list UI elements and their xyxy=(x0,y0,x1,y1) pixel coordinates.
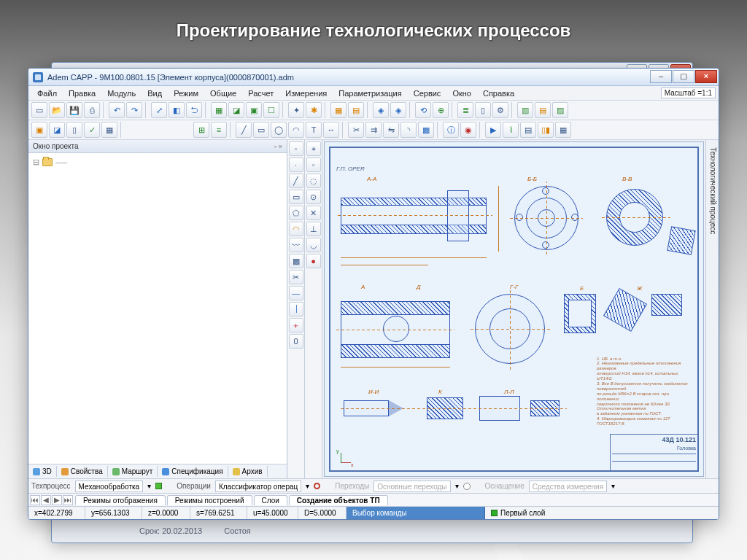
panel-tab-archive[interactable]: Архив xyxy=(228,466,268,477)
tab-tp-objects[interactable]: Создание объектов ТП xyxy=(289,495,388,505)
open-file-icon[interactable]: 📂 xyxy=(49,102,65,118)
iso1-icon[interactable]: ◈ xyxy=(373,102,389,118)
menu-file[interactable]: Файл xyxy=(31,88,63,99)
panel-tab-3d[interactable]: 3D xyxy=(28,466,57,477)
view-front-icon[interactable]: ▥ xyxy=(517,102,533,118)
iso2-icon[interactable]: ◈ xyxy=(390,102,406,118)
lb-tech-icon[interactable] xyxy=(155,483,162,489)
vs-axis-y-icon[interactable]: ⏐ xyxy=(289,302,303,316)
status-layer[interactable]: Первый слой xyxy=(485,509,551,517)
vs-rect-icon[interactable]: ▭ xyxy=(289,190,303,204)
vs-spline-icon[interactable]: 〰 xyxy=(289,238,303,252)
hatch-icon[interactable]: ▩ xyxy=(418,122,434,138)
zoom-extents-icon[interactable]: ⤢ xyxy=(151,102,167,118)
lb-ops-combo[interactable]: Классификатор операц xyxy=(215,481,301,492)
menu-window[interactable]: Окно xyxy=(446,88,477,99)
lb-trans-icon[interactable] xyxy=(463,483,471,490)
menu-measure[interactable]: Измерения xyxy=(279,88,333,99)
panel-tab-spec[interactable]: Спецификация xyxy=(158,466,228,477)
ortho-icon[interactable]: ▤ xyxy=(348,102,364,118)
vs-center-icon[interactable]: ＋ xyxy=(289,318,303,332)
panel-tab-route[interactable]: Маршрут xyxy=(108,466,158,477)
draw-dim-icon[interactable]: ↔ xyxy=(323,122,339,138)
vs2-mid-icon[interactable]: ◌ xyxy=(306,174,321,188)
tool-path-icon[interactable]: ⌇ xyxy=(503,122,519,138)
vs-hatch-icon[interactable]: ▩ xyxy=(289,254,303,268)
tab-layers[interactable]: Слои xyxy=(254,495,287,505)
vs-poly-icon[interactable]: ⬠ xyxy=(289,206,303,220)
globe-icon[interactable]: ⊕ xyxy=(433,102,449,118)
explode-icon[interactable]: ✱ xyxy=(306,102,322,118)
menu-mode[interactable]: Режим xyxy=(168,88,204,99)
box-icon[interactable]: ☐ xyxy=(263,102,279,118)
vs-axis-x-icon[interactable]: — xyxy=(289,286,303,300)
tabstrip-first[interactable]: ⏮ xyxy=(30,495,40,505)
settings-icon[interactable]: ⚙ xyxy=(492,102,508,118)
tabstrip-prev[interactable]: ◀ xyxy=(41,495,51,505)
wireframe-icon[interactable]: ▦ xyxy=(211,102,227,118)
lb-tool-combo[interactable]: Средства измерения xyxy=(529,481,607,492)
save-icon[interactable]: 💾 xyxy=(66,102,82,118)
menu-view[interactable]: Вид xyxy=(142,88,168,99)
scale-indicator[interactable]: Масштаб =1:1 xyxy=(661,88,716,98)
vs2-tan-icon[interactable]: ◡ xyxy=(306,238,321,252)
close-button[interactable]: × xyxy=(695,70,717,83)
menu-help[interactable]: Справка xyxy=(477,88,520,99)
lb-trans-combo[interactable]: Основные переходы xyxy=(374,481,450,492)
chart-icon[interactable]: ▯▮ xyxy=(538,122,554,138)
vs-arc-icon[interactable]: ◠ xyxy=(289,222,303,236)
menu-general[interactable]: Общие xyxy=(204,88,242,99)
mirror-icon[interactable]: ⇋ xyxy=(383,122,399,138)
grid-icon[interactable]: ▦ xyxy=(330,102,347,118)
trim-icon[interactable]: ✂ xyxy=(348,122,364,138)
panel-tab-properties[interactable]: Свойства xyxy=(57,466,108,477)
menu-param[interactable]: Параметризация xyxy=(333,88,407,99)
panel-pin-icon[interactable]: ▫ × xyxy=(274,143,282,150)
print-icon[interactable]: ⎙ xyxy=(84,102,100,118)
tree-root-item[interactable]: ⊟ ----- xyxy=(33,158,282,167)
table-icon[interactable]: ▦ xyxy=(101,122,117,138)
perspective-icon[interactable]: ▣ xyxy=(246,102,262,118)
vs-line-icon[interactable]: ╱ xyxy=(289,174,303,188)
zoom-window-icon[interactable]: ◧ xyxy=(169,102,185,118)
view-side-icon[interactable]: ▨ xyxy=(552,102,568,118)
project-tree[interactable]: ⊟ ----- xyxy=(28,153,287,464)
menu-calc[interactable]: Расчет xyxy=(242,88,279,99)
draw-circle-icon[interactable]: ◯ xyxy=(271,122,287,138)
vs2-node-icon[interactable]: ● xyxy=(306,254,321,268)
simulate-icon[interactable]: ▶ xyxy=(485,122,501,138)
matrix-icon[interactable]: ▦ xyxy=(555,122,571,138)
redo-icon[interactable]: ↷ xyxy=(126,102,142,118)
tab-display-modes[interactable]: Режимы отображения xyxy=(75,495,166,505)
lb-tech-combo[interactable]: Механообработка xyxy=(75,481,144,492)
draw-text-icon[interactable]: T xyxy=(306,122,322,138)
report-icon[interactable]: ▤ xyxy=(520,122,536,138)
menu-module[interactable]: Модуль xyxy=(101,88,142,99)
doc-icon[interactable]: ▯ xyxy=(475,102,491,118)
vs-zero-icon[interactable]: 0 xyxy=(289,334,303,349)
vs2-perp-icon[interactable]: ⊥ xyxy=(306,222,321,236)
vs-select-icon[interactable]: ◦ xyxy=(289,141,303,156)
info-icon[interactable]: ⓘ xyxy=(443,122,459,138)
layer-icon[interactable]: ≣ xyxy=(457,102,473,118)
drawing-canvas[interactable]: Г.П. OPER А-А Б-Б В-В А Д Г-Г Е Ж И-И К … xyxy=(324,141,704,477)
minimize-button[interactable]: – xyxy=(650,70,672,83)
shade-icon[interactable]: ◪ xyxy=(228,102,244,118)
vs2-int-icon[interactable]: ✕ xyxy=(306,206,321,220)
tree-icon[interactable]: ⊞ xyxy=(193,122,209,138)
vs-point-icon[interactable]: · xyxy=(289,158,303,172)
rotate-icon[interactable]: ⟲ xyxy=(415,102,431,118)
page-icon[interactable]: ▯ xyxy=(66,122,82,138)
maximize-button[interactable]: ▢ xyxy=(673,70,694,83)
list-icon[interactable]: ≡ xyxy=(211,122,227,138)
check-icon[interactable]: ✓ xyxy=(84,122,100,138)
offset-icon[interactable]: ⇉ xyxy=(365,122,382,138)
new-file-icon[interactable]: ▭ xyxy=(31,102,47,118)
tabstrip-next[interactable]: ▶ xyxy=(52,495,62,505)
vs2-center-icon[interactable]: ⊙ xyxy=(306,190,321,204)
menu-service[interactable]: Сервис xyxy=(408,88,447,99)
snap-icon[interactable]: ✦ xyxy=(288,102,304,118)
stop-icon[interactable]: ◉ xyxy=(460,122,476,138)
vs2-end-icon[interactable]: ◦ xyxy=(306,158,321,172)
folder-icon[interactable]: ▣ xyxy=(31,122,47,138)
